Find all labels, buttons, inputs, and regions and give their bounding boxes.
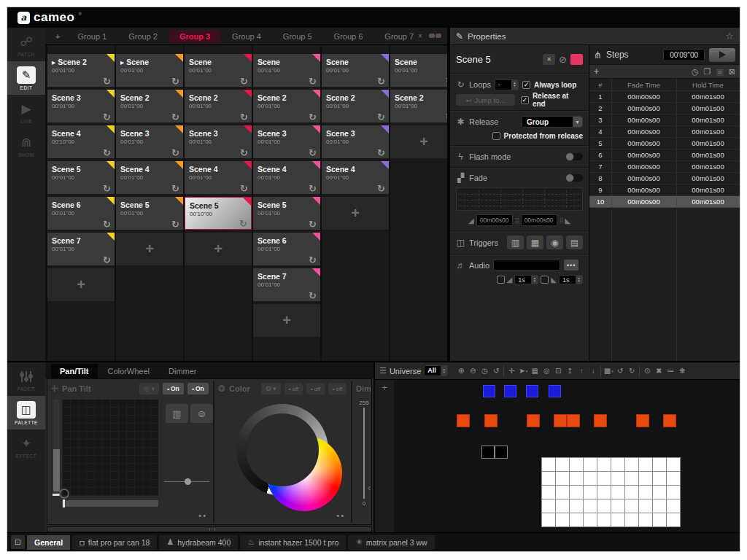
grid-view-icon[interactable]: ▦ — [529, 365, 541, 377]
matrix-cell[interactable] — [570, 499, 583, 513]
fade-toggle[interactable] — [565, 174, 583, 182]
dimmer-slider[interactable] — [363, 408, 365, 499]
close-group-icon[interactable]: × — [418, 32, 422, 40]
loop-icon[interactable]: ↻ — [240, 76, 248, 87]
group-tab[interactable]: Group 1 — [67, 30, 117, 43]
scene-card[interactable]: Scene 200'01"00↻ — [322, 90, 389, 122]
scene-card[interactable]: Scene 300'01"00↻ — [47, 90, 115, 122]
scene-card[interactable]: Scene00'01"00↻ — [322, 54, 389, 87]
scene-hide-icon[interactable]: ⊘ — [559, 54, 567, 65]
audio-fade-out-checkbox[interactable] — [541, 276, 549, 284]
group-tab[interactable]: Group 7× — [374, 30, 433, 43]
add-scene-button[interactable]: + — [47, 268, 115, 301]
audio-fade-in-spinner[interactable]: 1s▲▼ — [514, 275, 538, 284]
fade-out-grid-icon[interactable]: ⣿ — [560, 217, 563, 224]
scene-card[interactable]: Scene 500'01"00↻ — [116, 197, 183, 230]
loop-icon[interactable]: ↻ — [171, 76, 179, 87]
add-step-button[interactable]: + — [594, 66, 599, 77]
add-scene-button[interactable]: + — [390, 125, 447, 158]
matrix-cell[interactable] — [653, 513, 666, 526]
group-tab[interactable]: Group 6 — [324, 30, 374, 43]
fixture-par-can[interactable] — [457, 414, 470, 427]
matrix-cell[interactable] — [584, 499, 597, 513]
rotate-cw-icon[interactable]: ↻ — [626, 365, 638, 377]
group-tab[interactable]: Group 5 — [273, 30, 322, 43]
scene-card[interactable]: Scene 200'01"00↻ — [116, 90, 183, 122]
fade-in-grid-icon[interactable]: ⣿ — [515, 217, 519, 224]
matrix-cell[interactable] — [570, 458, 583, 471]
palette-tab-colorwheel[interactable]: ColorWheel — [99, 364, 158, 378]
loop-icon[interactable]: ↻ — [309, 112, 317, 122]
matrix-cell[interactable] — [542, 486, 555, 499]
matrix-cell[interactable] — [584, 472, 597, 485]
universe-filter-select[interactable]: All ▲▼ — [424, 365, 448, 376]
scene-card[interactable]: Scene00'01"00↻ — [253, 54, 320, 87]
power-icon[interactable]: ⊙ — [641, 365, 653, 377]
keyboard-trigger-icon[interactable]: ▦ — [527, 236, 543, 249]
move-up-icon[interactable]: ↑ — [576, 365, 587, 377]
loop-icon[interactable]: ↻ — [171, 147, 179, 158]
brightness-ring[interactable] — [236, 404, 328, 496]
fixture-moving-head[interactable] — [526, 385, 538, 397]
scene-card[interactable]: ▸ Scene 200'01"00↻ — [47, 54, 115, 87]
scene-card[interactable]: Scene 700'01"00↻ — [47, 233, 115, 265]
select-tool-icon[interactable]: ➤▾ — [517, 365, 529, 377]
matrix-cell[interactable] — [542, 513, 555, 526]
delete-step-icon[interactable]: ⊠ — [729, 67, 735, 77]
step-time-icon[interactable]: ◷ — [692, 67, 699, 77]
matrix-cell[interactable] — [639, 499, 652, 513]
fixture-hazer[interactable] — [481, 446, 495, 459]
nav-edit[interactable]: ✎EDIT — [7, 61, 45, 95]
fixture-tab[interactable]: ♟hydrabeam 400 — [159, 535, 238, 550]
web-icon[interactable]: ❋ — [676, 365, 688, 377]
dmx-trigger-icon[interactable]: ◉ — [546, 236, 563, 249]
matrix-cell[interactable] — [639, 472, 652, 485]
matrix-cell[interactable] — [625, 513, 638, 526]
pan-tilt-cursor[interactable] — [59, 489, 69, 499]
flash-mode-toggle[interactable] — [565, 153, 583, 160]
loop-icon[interactable]: ↻ — [103, 76, 111, 87]
group-tab[interactable]: Group 4 — [222, 30, 271, 43]
scene-card[interactable]: Scene 300'01"00↻ — [322, 125, 389, 158]
jump-to-button[interactable]: ↩ Jump to... — [456, 94, 515, 106]
matrix-cell[interactable] — [597, 458, 611, 471]
scene-card[interactable]: Scene 400'01"00↻ — [185, 161, 252, 194]
matrix-cell[interactable] — [625, 458, 638, 471]
edit-step-icon[interactable]: ▣ — [716, 67, 723, 77]
fixture-moving-head[interactable] — [504, 385, 516, 397]
matrix-cell[interactable] — [611, 486, 624, 499]
zoom-out-icon[interactable]: ⊖ — [467, 365, 479, 377]
grid-options-icon[interactable]: ▩▾ — [603, 365, 614, 377]
fixture-moving-head[interactable] — [483, 385, 495, 397]
universe-canvas[interactable]: + — [375, 380, 740, 534]
nav-live[interactable]: ▶LIVE — [7, 95, 45, 128]
color-wheel[interactable] — [266, 435, 342, 511]
highlight-icon[interactable]: ◎ — [541, 365, 552, 377]
panel-toggle-button[interactable]: ⊡ — [11, 535, 25, 549]
matrix-cell[interactable] — [556, 486, 569, 499]
scene-card[interactable]: Scene 600'01"00↻ — [253, 233, 320, 265]
loop-icon[interactable]: ↻ — [377, 112, 385, 122]
release-mode-select[interactable]: Group ▼ — [522, 116, 583, 128]
fixture-group-icon[interactable]: ≔ — [665, 365, 676, 377]
loop-icon[interactable]: ↻ — [309, 183, 317, 194]
fixture-matrix-panel[interactable] — [541, 457, 681, 527]
matrix-cell[interactable] — [639, 458, 652, 471]
add-scene-button[interactable]: + — [116, 233, 183, 265]
fade-curve-editor[interactable] — [456, 187, 583, 211]
matrix-cell[interactable] — [542, 472, 555, 485]
loop-icon[interactable]: ↻ — [377, 147, 385, 158]
nav-effect[interactable]: ✦EFFECT — [7, 429, 45, 463]
pan-tilt-pad[interactable] — [62, 400, 158, 496]
matrix-cell[interactable] — [584, 458, 597, 471]
port-trigger-icon[interactable]: ▤ — [566, 236, 583, 249]
fixture-hazer[interactable] — [495, 446, 508, 459]
fixture-par-can[interactable] — [554, 414, 567, 427]
loop-icon[interactable]: ↻ — [377, 183, 385, 194]
add-scene-button[interactable]: + — [253, 304, 320, 337]
add-group-button[interactable]: + — [50, 30, 66, 43]
palette-tab-pantilt[interactable]: Pan/Tilt — [51, 364, 98, 378]
always-loop-checkbox[interactable]: ✓ — [522, 81, 530, 89]
matrix-cell[interactable] — [653, 472, 666, 485]
loop-icon[interactable]: ↻ — [377, 76, 385, 87]
